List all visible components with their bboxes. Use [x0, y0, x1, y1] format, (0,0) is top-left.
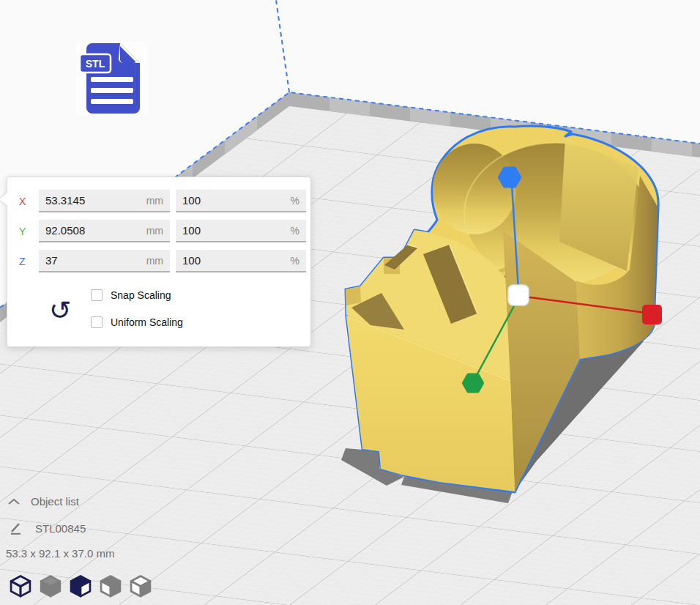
uniform-scaling-option: Uniform Scaling	[91, 315, 183, 330]
scale-y-handle[interactable]	[464, 376, 482, 391]
axis-x-label: X	[19, 196, 32, 207]
viewport[interactable]: STL X mm % Y mm	[0, 0, 700, 605]
stl-file-icon: STL	[76, 42, 148, 116]
scale-row-y: Y mm %	[19, 220, 306, 242]
object-list-toggle[interactable]: Object list	[7, 495, 79, 508]
object-list-label: Object list	[31, 495, 79, 508]
scale-row-z: Z mm %	[19, 250, 306, 272]
stl-file-badge: STL	[76, 42, 148, 116]
snap-scaling-label: Snap Scaling	[111, 289, 171, 301]
cube-solid-icon[interactable]	[37, 573, 64, 599]
cube-half-navy-icon[interactable]	[67, 573, 94, 599]
stl-badge-label: STL	[86, 58, 105, 70]
object-list-item[interactable]: STL00845	[10, 522, 86, 535]
object-item-name: STL00845	[35, 522, 86, 535]
scale-y-mm-input[interactable]	[39, 220, 170, 241]
cube-corner-icon[interactable]	[97, 573, 124, 599]
axis-y-label: Y	[19, 226, 32, 237]
chevron-up-icon	[7, 498, 21, 505]
uniform-scaling-label: Uniform Scaling	[111, 316, 183, 328]
reset-scale-button[interactable]: ↺	[45, 294, 75, 327]
panel-pointer-notch	[0, 193, 7, 206]
scale-z-handle[interactable]	[500, 169, 519, 186]
scale-center-handle[interactable]	[508, 285, 529, 305]
scale-tool-panel: X mm % Y mm % Z mm	[7, 177, 311, 347]
uniform-scaling-checkbox[interactable]	[91, 316, 103, 328]
cube-wireframe-icon[interactable]	[7, 573, 34, 599]
view-cube-toolbar	[7, 573, 154, 599]
model-dimensions-label: 53.3 x 92.1 x 37.0 mm	[6, 547, 114, 560]
cube-open-icon[interactable]	[127, 573, 154, 599]
scale-z-mm-input[interactable]	[39, 250, 170, 271]
scale-z-percent-input[interactable]	[176, 250, 306, 271]
snap-scaling-checkbox[interactable]	[91, 289, 103, 301]
scale-y-percent-input[interactable]	[176, 220, 306, 241]
scale-row-x: X mm %	[19, 190, 306, 212]
scale-x-handle[interactable]	[642, 305, 662, 324]
scale-x-mm-input[interactable]	[39, 190, 170, 211]
pencil-icon	[10, 522, 23, 535]
scale-x-percent-input[interactable]	[176, 190, 306, 211]
axis-z-label: Z	[19, 256, 32, 267]
snap-scaling-option: Snap Scaling	[91, 288, 171, 302]
